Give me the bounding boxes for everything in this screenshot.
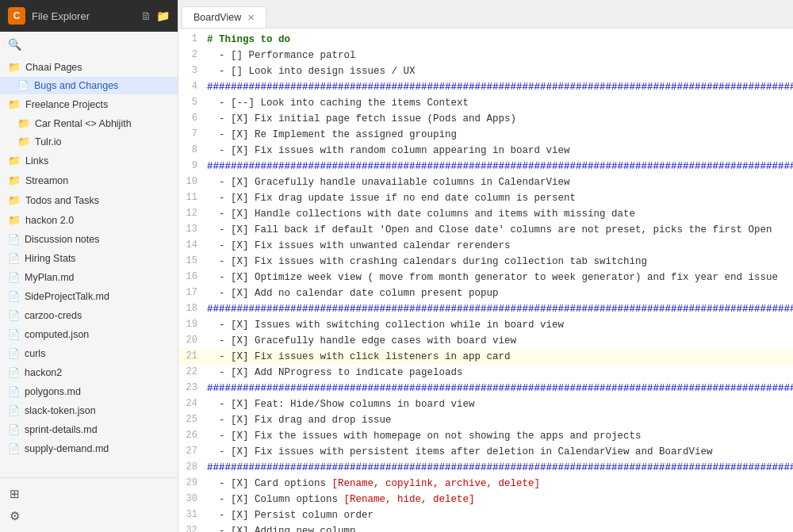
code-line: 26 - [X] Fix the issues with homepage on… bbox=[178, 428, 793, 444]
code-line: 10 - [X] Gracefully handle unavailable c… bbox=[178, 174, 793, 190]
code-text: - [X] Fix issues with unwanted calendar … bbox=[207, 240, 511, 251]
code-comment: # Things to do bbox=[207, 34, 290, 45]
code-line: 29 - [X] Card options [Rename, copylink,… bbox=[178, 476, 793, 492]
file-icon: 📄 bbox=[8, 348, 20, 359]
line-number: 17 bbox=[178, 285, 207, 301]
code-line: 14 - [X] Fix issues with unwanted calend… bbox=[178, 238, 793, 254]
sidebar-item-slack-token[interactable]: 📄 slack-token.json bbox=[0, 401, 178, 420]
line-number: 25 bbox=[178, 412, 207, 428]
line-content: - [X] Adding new column bbox=[207, 523, 793, 532]
sidebar-item-hackon2[interactable]: 📁 hackon 2.0 bbox=[0, 210, 178, 230]
code-line: 4#######################################… bbox=[178, 79, 793, 95]
code-line: 1# Things to do bbox=[178, 32, 793, 48]
settings-icon: ⚙ bbox=[10, 509, 20, 523]
code-text: - [X] Fix initial page fetch issue (Pods… bbox=[207, 113, 516, 124]
sidebar-item-label: Chaai Pages bbox=[25, 62, 82, 73]
line-number: 8 bbox=[178, 143, 207, 159]
line-content: ########################################… bbox=[207, 460, 793, 476]
folder-icon: 📁 bbox=[17, 136, 30, 147]
sidebar-item-tulr[interactable]: 📁 Tulr.io bbox=[0, 132, 178, 151]
folder-icon: 📁 bbox=[8, 155, 21, 166]
sidebar-item-streamon[interactable]: 📁 Streamon bbox=[0, 170, 178, 190]
line-content: - [X] Optimize week view ( move from mon… bbox=[207, 270, 793, 285]
new-file-icon[interactable]: 🗎 bbox=[140, 10, 151, 22]
sidebar-item-label: Bugs and Changes bbox=[34, 80, 118, 91]
main-area: BoardView ✕ 1# Things to do2 - [] Perfor… bbox=[178, 0, 793, 532]
code-text: - [X] Fix drag update issue if no end da… bbox=[207, 193, 576, 204]
line-number: 20 bbox=[178, 333, 207, 349]
code-text: - [X] Gracefully handle edge cases with … bbox=[207, 335, 516, 346]
sidebar-item-label: Links bbox=[25, 155, 48, 166]
tab-boardview[interactable]: BoardView ✕ bbox=[182, 6, 266, 28]
file-icon: 📄 bbox=[8, 310, 20, 321]
file-icon: 📄 bbox=[8, 386, 20, 397]
code-line: 18######################################… bbox=[178, 301, 793, 317]
sidebar-item-links[interactable]: 📁 Links bbox=[0, 151, 178, 170]
sidebar-item-chaai-pages[interactable]: 📁 Chaai Pages bbox=[0, 57, 178, 77]
code-line: 16 - [X] Optimize week view ( move from … bbox=[178, 270, 793, 285]
code-line: 13 - [X] Fall back if default 'Open and … bbox=[178, 222, 793, 238]
line-number: 23 bbox=[178, 381, 207, 396]
sidebar-item-curls[interactable]: 📄 curls bbox=[0, 344, 178, 363]
code-line: 2 - [] Performance patrol bbox=[178, 48, 793, 63]
sidebar-item-discussion-notes[interactable]: 📄 Discussion notes bbox=[0, 230, 178, 249]
sidebar-item-car-rental[interactable]: 📁 Car Rental <> Abhijith bbox=[0, 114, 178, 132]
code-text: - [X] Feat: Hide/Show columns in board v… bbox=[207, 399, 475, 410]
code-text: - [X] Persist column order bbox=[207, 510, 374, 521]
code-line: 32 - [X] Adding new column bbox=[178, 523, 793, 532]
line-content: - [X] Fix the issues with homepage on no… bbox=[207, 428, 793, 444]
sidebar-item-polygons[interactable]: 📄 polygons.md bbox=[0, 382, 178, 401]
sidebar-bottom: ⊞ ⚙ bbox=[0, 477, 178, 532]
search-container: 🔍 bbox=[0, 32, 178, 57]
code-line: 27 - [X] Fix issues with persistent item… bbox=[178, 444, 793, 460]
sidebar-item-label: sprint-details.md bbox=[25, 424, 98, 435]
code-line: 31 - [X] Persist column order bbox=[178, 507, 793, 523]
sidebar-item-label: Tulr.io bbox=[35, 136, 62, 147]
line-content: - [X] Feat: Hide/Show columns in board v… bbox=[207, 396, 793, 412]
new-folder-icon[interactable]: 📁 bbox=[156, 10, 170, 22]
code-separator: ########################################… bbox=[207, 462, 793, 473]
line-content: - [X] Issues with switching collection w… bbox=[207, 317, 793, 333]
tab-close-icon[interactable]: ✕ bbox=[247, 13, 255, 23]
sidebar-item-hackon2-file[interactable]: 📄 hackon2 bbox=[0, 363, 178, 382]
code-separator: ########################################… bbox=[207, 383, 793, 394]
sidebar-item-label: supply-demand.md bbox=[25, 443, 109, 454]
folder-icon: 📁 bbox=[8, 98, 21, 110]
file-icon: 📄 bbox=[8, 329, 20, 340]
sidebar-item-sprint-details[interactable]: 📄 sprint-details.md bbox=[0, 420, 178, 439]
search-icon[interactable]: 🔍 bbox=[8, 38, 21, 51]
code-highlight-red: [Rename, hide, delete] bbox=[344, 494, 475, 505]
line-number: 27 bbox=[178, 444, 207, 460]
extensions-button[interactable]: ⊞ bbox=[0, 483, 178, 505]
line-number: 5 bbox=[178, 95, 207, 111]
sidebar: C File Explorer 🗎 📁 🔍 📁 Chaai Pages 📄 Bu… bbox=[0, 0, 178, 532]
code-editor[interactable]: 1# Things to do2 - [] Performance patrol… bbox=[178, 29, 793, 532]
code-line: 15 - [X] Fix issues with crashing calend… bbox=[178, 254, 793, 270]
line-content: - [X] Fix issues with click listeners in… bbox=[207, 349, 793, 365]
sidebar-item-hiring-stats[interactable]: 📄 Hiring Stats bbox=[0, 249, 178, 268]
sidebar-item-computed-json[interactable]: 📄 computed.json bbox=[0, 325, 178, 344]
sidebar-item-bugs-and-changes[interactable]: 📄 Bugs and Changes bbox=[0, 77, 178, 94]
code-separator: ########################################… bbox=[207, 82, 793, 93]
sidebar-item-carzoo-creds[interactable]: 📄 carzoo-creds bbox=[0, 306, 178, 325]
code-text: - [X] Fix issues with persistent items a… bbox=[207, 446, 713, 457]
code-line: 30 - [X] Column options [Rename, hide, d… bbox=[178, 492, 793, 507]
code-text: - [] Look into design issues / UX bbox=[207, 66, 416, 77]
sidebar-item-supply-demand[interactable]: 📄 supply-demand.md bbox=[0, 439, 178, 458]
line-number: 32 bbox=[178, 523, 207, 532]
tab-label: BoardView bbox=[193, 12, 241, 23]
sidebar-item-sideprojecttalk[interactable]: 📄 SideProjectTalk.md bbox=[0, 287, 178, 306]
line-number: 11 bbox=[178, 190, 207, 206]
line-number: 26 bbox=[178, 428, 207, 444]
code-text: - [X] Fix issues with crashing calendars… bbox=[207, 256, 647, 267]
sidebar-item-freelance-projects[interactable]: 📁 Freelance Projects bbox=[0, 94, 178, 114]
folder-icon: 📁 bbox=[8, 194, 21, 206]
sidebar-item-myplan[interactable]: 📄 MyPlan.md bbox=[0, 268, 178, 287]
file-icon: 📄 bbox=[8, 405, 20, 416]
sidebar-item-label: hackon 2.0 bbox=[25, 215, 74, 226]
line-content: - [X] Fix issues with crashing calendars… bbox=[207, 254, 793, 270]
line-number: 7 bbox=[178, 127, 207, 143]
sidebar-item-todos[interactable]: 📁 Todos and Tasks bbox=[0, 190, 178, 210]
tab-bar: BoardView ✕ bbox=[178, 0, 793, 29]
settings-button[interactable]: ⚙ bbox=[0, 505, 178, 527]
